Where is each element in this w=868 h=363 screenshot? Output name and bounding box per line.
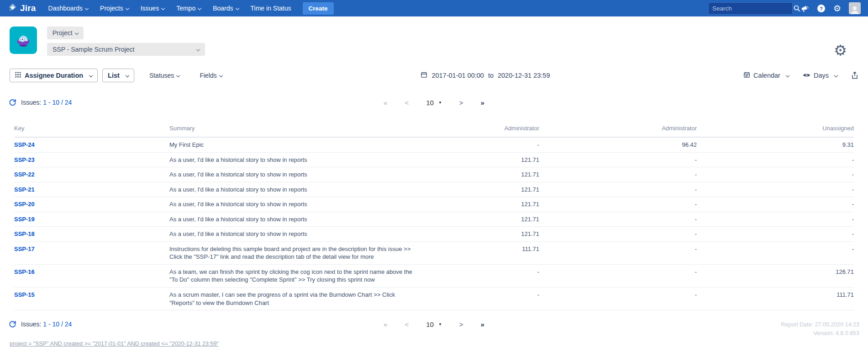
duration-administrator-2: - — [539, 182, 697, 197]
date-from: 2017-01-01 00:00 — [431, 72, 484, 79]
nav-item-issues[interactable]: Issues — [135, 5, 170, 12]
chevron-down-icon — [834, 74, 838, 77]
duration-unassigned: - — [697, 241, 854, 264]
first-page-button[interactable]: « — [384, 320, 387, 328]
help-icon[interactable]: ? — [817, 4, 826, 13]
duration-administrator-1: - — [425, 264, 539, 287]
page-size-dropdown[interactable]: 10 ▼ — [426, 320, 442, 328]
project-avatar — [10, 27, 37, 54]
view-type-button[interactable]: List — [102, 69, 134, 82]
table-row: SSP-18 As a user, I'd like a historical … — [14, 227, 854, 242]
svg-text:?: ? — [820, 5, 823, 11]
duration-administrator-2: - — [539, 288, 697, 310]
issues-bar-bottom: Issues: 1 - 10 / 24 « < 10 ▼ > » Report … — [0, 320, 868, 337]
duration-unassigned: - — [697, 212, 854, 227]
issues-bar-top: Issues: 1 - 10 / 24 « < 10 ▼ > » — [0, 96, 868, 109]
search-input[interactable] — [712, 5, 793, 12]
duration-administrator-2: - — [539, 167, 697, 182]
refresh-icon[interactable] — [9, 99, 16, 107]
chevron-down-icon — [74, 31, 78, 35]
duration-administrator-2: - — [539, 227, 697, 242]
chevron-down-icon — [176, 74, 180, 77]
prev-page-button[interactable]: < — [405, 320, 409, 328]
issue-summary: As a user, I'd like a historical story t… — [169, 152, 425, 167]
grid-icon — [15, 72, 21, 79]
nav-item-tempo[interactable]: Tempo — [170, 5, 207, 12]
duration-administrator-2: - — [539, 212, 697, 227]
issue-summary: As a user, I'd like a historical story t… — [169, 182, 425, 197]
project-select[interactable]: SSP - Sample Scrum Project — [47, 43, 205, 56]
issue-summary: As a team, we can finish the sprint by c… — [169, 264, 425, 287]
table-row: SSP-20 As a user, I'd like a historical … — [14, 197, 854, 212]
column-header-summary: Summary — [169, 121, 425, 137]
duration-administrator-2: 96.42 — [539, 137, 697, 152]
nav-item-time-in-status[interactable]: Time in Status — [245, 5, 297, 12]
duration-unassigned: - — [697, 167, 854, 182]
export-icon[interactable] — [851, 71, 858, 80]
project-scope-button[interactable]: Project — [47, 27, 84, 39]
first-page-button[interactable]: « — [384, 99, 387, 107]
jira-logo-icon — [7, 2, 17, 14]
issues-count-label: Issues: 1 - 10 / 24 — [21, 320, 72, 328]
fields-dropdown[interactable]: Fields — [195, 69, 227, 82]
jira-logo[interactable]: Jira — [7, 2, 36, 14]
last-page-button[interactable]: » — [481, 99, 484, 107]
issue-key-link[interactable]: SSP-16 — [14, 268, 35, 275]
issue-key-link[interactable]: SSP-17 — [14, 246, 35, 252]
last-page-button[interactable]: » — [481, 320, 484, 328]
nav-item-boards[interactable]: Boards — [207, 5, 244, 12]
page-size-dropdown[interactable]: 10 ▼ — [426, 99, 442, 107]
issue-summary: As a user, I'd like a historical story t… — [169, 212, 425, 227]
issue-key-link[interactable]: SSP-22 — [14, 171, 35, 178]
chevron-down-icon — [85, 6, 89, 10]
chevron-down-icon — [126, 74, 129, 77]
report-settings-gear-icon[interactable]: ⚙ — [834, 43, 847, 58]
table-row: SSP-16 As a team, we can finish the spri… — [14, 264, 854, 287]
issue-key-link[interactable]: SSP-15 — [14, 291, 35, 298]
duration-unassigned: 111.71 — [697, 288, 854, 310]
search-icon[interactable] — [793, 5, 800, 12]
issue-key-link[interactable]: SSP-23 — [14, 156, 35, 163]
report-type-button[interactable]: Assignee Duration — [10, 69, 98, 82]
column-header-key: Key — [14, 121, 169, 137]
column-header-unassigned: Unassigned — [697, 121, 854, 137]
statuses-dropdown[interactable]: Statuses — [144, 69, 184, 82]
duration-administrator-2: - — [539, 152, 697, 167]
chevron-down-icon — [161, 6, 165, 10]
chevron-down-icon — [196, 48, 200, 51]
issue-key-link[interactable]: SSP-19 — [14, 216, 35, 223]
issue-key-link[interactable]: SSP-20 — [14, 201, 35, 208]
prev-page-button[interactable]: < — [405, 99, 409, 107]
gear-icon[interactable]: ⚙ — [833, 4, 841, 13]
duration-unassigned: 126.71 — [697, 264, 854, 287]
avatar[interactable] — [849, 2, 861, 14]
calendar-type-dropdown[interactable]: Calendar — [743, 71, 789, 80]
report-toolbar: Assignee Duration List Statuses Fields 2… — [0, 68, 868, 83]
time-unit-dropdown[interactable]: Days — [803, 72, 837, 79]
create-button[interactable]: Create — [303, 2, 334, 15]
issue-key-link[interactable]: SSP-24 — [14, 141, 35, 148]
chevron-down-icon — [235, 6, 239, 10]
nav-item-projects[interactable]: Projects — [94, 5, 135, 12]
refresh-icon[interactable] — [9, 320, 16, 328]
duration-administrator-2: - — [539, 241, 697, 264]
jql-query-link[interactable]: project = "SSP" AND created >= "2017-01-… — [10, 341, 219, 347]
megaphone-icon[interactable] — [800, 4, 809, 13]
duration-unassigned: - — [697, 197, 854, 212]
duration-administrator-1: - — [425, 137, 539, 152]
issue-summary: Instructions for deleting this sample bo… — [169, 241, 425, 264]
issue-key-link[interactable]: SSP-21 — [14, 186, 35, 193]
next-page-button[interactable]: > — [459, 320, 463, 328]
search-box[interactable] — [708, 2, 793, 15]
duration-administrator-2: - — [539, 197, 697, 212]
issue-key-link[interactable]: SSP-18 — [14, 230, 35, 237]
nav-item-dashboards[interactable]: Dashboards — [42, 5, 95, 12]
next-page-button[interactable]: > — [459, 99, 463, 107]
table-row: SSP-17 Instructions for deleting this sa… — [14, 241, 854, 264]
table-row: SSP-15 As a scrum master, I can see the … — [14, 288, 854, 310]
chevron-down-icon — [219, 74, 222, 77]
issues-count-label: Issues: 1 - 10 / 24 — [21, 99, 72, 106]
date-range-picker[interactable]: 2017-01-01 00:00 to 2020-12-31 23:59 — [421, 71, 550, 80]
date-separator: to — [488, 72, 494, 79]
table-row: SSP-23 As a user, I'd like a historical … — [14, 152, 854, 167]
